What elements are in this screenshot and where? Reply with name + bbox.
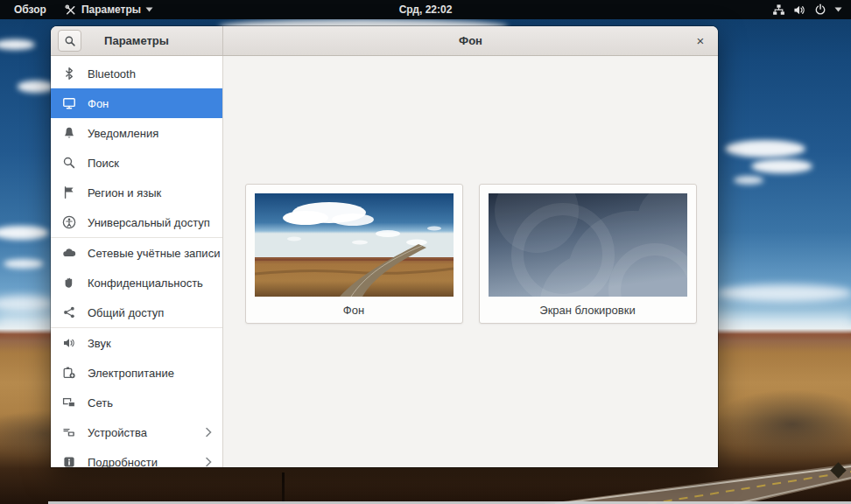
sidebar-item-label: Поиск [88,157,119,170]
volume-icon [793,4,806,17]
sidebar-item-region-language[interactable]: Регион и язык [51,178,222,207]
bluetooth-icon [62,66,76,80]
cloud [725,140,805,158]
sidebar-item-universal-access[interactable]: Универсальный доступ [51,207,222,237]
search-icon [64,35,76,47]
sidebar-item-label: Электропитание [88,367,174,380]
sidebar-item-label: Подробности [88,456,158,468]
search-icon [62,156,76,170]
sidebar-item-label: Сеть [88,396,113,410]
gnome-top-bar: Обзор Параметры Срд, 22:02 [0,0,851,19]
cloud [716,284,851,302]
sidebar-item-network[interactable]: Сеть [51,388,222,417]
power-icon [814,4,826,16]
clock-button[interactable]: Срд, 22:02 [399,4,453,16]
sidebar-item-background[interactable]: Фон [51,88,222,118]
background-panel: Фон [223,56,718,467]
share-icon [62,305,76,319]
sidebar-item-sharing[interactable]: Общий доступ [51,298,222,327]
cloud [734,176,763,185]
titlebar[interactable]: Параметры Фон × [51,26,718,56]
speaker-icon [62,336,76,350]
accessibility-icon [62,215,76,229]
network-wired-icon [772,4,785,17]
settings-window: Параметры Фон × Bluetooth [51,26,718,467]
system-status-menu[interactable] [772,4,842,17]
battery-icon [62,366,76,380]
app-menu-label: Параметры [81,4,141,16]
caret-down-icon [145,7,153,12]
sidebar-item-label: Фон [88,97,109,110]
sidebar-item-label: Общий доступ [88,306,164,319]
sidebar-item-notifications[interactable]: Уведомления [51,118,222,148]
sidebar-item-label: Bluetooth [88,67,136,80]
sidebar-item-label: Конфиденциальность [88,276,203,290]
tools-icon [64,4,77,17]
panel-header: Фон × [223,26,718,55]
close-button[interactable]: × [691,32,710,51]
hand-icon [62,276,76,290]
cloud [4,259,44,269]
sidebar-item-label: Звук [88,337,111,350]
cloud [751,159,812,173]
sidebar-item-label: Универсальный доступ [88,216,210,229]
cloud [0,39,35,50]
devices-icon [62,425,76,439]
app-menu-button[interactable]: Параметры [64,4,153,17]
sidebar-item-bluetooth[interactable]: Bluetooth [51,59,222,88]
bell-icon [62,126,76,140]
sidebar-item-devices[interactable]: Устройства [51,417,222,447]
sidebar-item-power[interactable]: Электропитание [51,358,222,388]
lock-screen-card-label: Экран блокировки [489,297,687,323]
sidebar-item-details[interactable]: Подробности [51,447,222,467]
search-button[interactable] [58,30,81,52]
desert-patch [709,389,851,459]
lock-screen-card[interactable]: Экран блокировки [479,184,697,324]
cloud-icon [62,246,76,260]
sidebar-header: Параметры [51,26,223,55]
panel-title: Фон [223,34,718,47]
road-sign-pole [282,472,285,502]
flag-icon [62,186,76,200]
sidebar-item-label: Регион и язык [88,186,161,200]
sidebar-item-privacy[interactable]: Конфиденциальность [51,268,222,298]
sidebar-item-search[interactable]: Поиск [51,148,222,178]
caret-down-icon [834,7,842,12]
sidebar-item-label: Уведомления [88,127,158,140]
chevron-right-icon [203,456,214,467]
sidebar-item-label: Устройства [88,426,147,439]
background-card-label: Фон [255,297,454,323]
cloud [18,80,54,93]
sidebar-item-sound[interactable]: Звук [51,328,222,358]
display-icon [62,96,76,110]
info-icon [62,455,76,467]
desktop: Обзор Параметры Срд, 22:02 [0,0,851,504]
sidebar-item-online-accounts[interactable]: Сетевые учётные записи [51,238,222,268]
cloud [0,296,54,312]
sidebar-item-label: Сетевые учётные записи [88,247,220,260]
network-icon [62,396,76,410]
background-card[interactable]: Фон [245,184,463,324]
desert-wallpaper-thumbnail [255,193,454,297]
chevron-right-icon [203,426,214,438]
cloud [0,226,49,240]
settings-sidebar: Bluetooth Фон [51,56,223,467]
lock-screen-thumbnail [489,193,687,297]
activities-button[interactable]: Обзор [9,4,52,16]
